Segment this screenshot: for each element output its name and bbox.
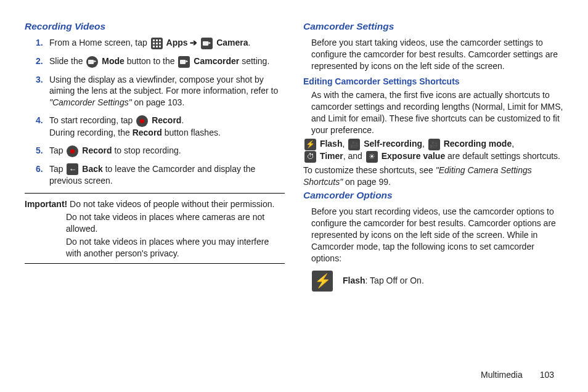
step-6: 6. Tap Back to leave the Camcorder and d… xyxy=(36,163,285,187)
text: Tap xyxy=(49,145,65,155)
flash-option-text: Flash: Tap Off or On. xyxy=(343,275,424,287)
step-4: 4. To start recording, tap Record. Durin… xyxy=(36,115,285,139)
step-3: 3. Using the display as a viewfinder, co… xyxy=(36,74,285,109)
shortcut-icons-line: Flash, Self-recording, Recording mode, T… xyxy=(303,138,563,163)
text: From a Home screen, tap xyxy=(49,38,150,47)
text: on page 103. xyxy=(132,97,185,107)
step-1: 1. From a Home screen, tap Apps ➔ Camera… xyxy=(36,37,285,49)
step-body: From a Home screen, tap Apps ➔ Camera. xyxy=(49,37,285,49)
step-number: 4. xyxy=(36,115,49,126)
text: : Tap Off or On. xyxy=(365,276,424,285)
text-bold: Record xyxy=(82,145,112,155)
footer-section: Multimedia xyxy=(481,370,523,380)
text-bold: Camera xyxy=(216,38,248,47)
text-bold: Record xyxy=(133,128,162,137)
text: To start recording, tap xyxy=(49,115,135,125)
divider xyxy=(25,263,285,264)
text: During recording, the xyxy=(49,128,133,137)
recording-mode-icon xyxy=(428,139,440,150)
step-number: 5. xyxy=(36,145,49,157)
text-bold: Mode xyxy=(102,56,125,66)
text: Slide the xyxy=(49,56,85,66)
subheading-editing-shortcuts: Editing Camcorder Settings Shortcuts xyxy=(303,76,563,88)
text-bold: Timer xyxy=(320,151,343,161)
important-line: Important! Do not take videos of people … xyxy=(25,198,285,210)
step-number: 2. xyxy=(36,55,49,67)
exposure-icon xyxy=(366,151,378,163)
text-bold: Exposure value xyxy=(382,151,446,161)
flash-option-row: Flash: Tap Off or On. xyxy=(311,271,563,292)
important-block: Important! Do not take videos of people … xyxy=(25,198,285,259)
cross-reference: "Camcorder Settings" xyxy=(49,97,132,107)
step-body: Tap Back to leave the Camcorder and disp… xyxy=(49,163,285,187)
text: to leave the Camcorder and display the p… xyxy=(49,164,255,186)
text: . xyxy=(248,38,251,47)
page-footer: Multimedia 103 xyxy=(481,370,554,380)
heading-camcorder-options: Camcorder Options xyxy=(303,189,563,202)
step-body: To start recording, tap Record. During r… xyxy=(49,115,285,139)
timer-icon xyxy=(304,151,316,163)
text: button to the xyxy=(127,56,178,66)
record-icon xyxy=(67,145,78,157)
step-list: 1. From a Home screen, tap Apps ➔ Camera… xyxy=(36,37,285,187)
text: To customize these shortcuts, see xyxy=(303,165,436,175)
right-column: Camcorder Settings Before you start taki… xyxy=(303,18,563,364)
step-5: 5. Tap Record to stop recording. xyxy=(36,145,285,157)
text-bold: Flash xyxy=(320,139,343,149)
text-bold: Flash xyxy=(343,276,365,285)
camera-icon xyxy=(201,38,213,49)
paragraph: Before you start recording videos, use t… xyxy=(311,206,563,264)
text-bold: Record xyxy=(152,115,181,125)
text: on page 99. xyxy=(343,177,391,187)
step-number: 1. xyxy=(36,37,49,49)
step-body: Tap Record to stop recording. xyxy=(49,145,285,157)
flash-icon xyxy=(312,271,333,292)
apps-icon xyxy=(151,38,163,49)
important-label: Important! xyxy=(25,199,67,209)
arrow-icon: ➔ xyxy=(190,38,200,47)
text-bold: Self-recording xyxy=(364,139,422,149)
text: are default settings shortcuts. xyxy=(445,151,560,161)
step-2: 2. Slide the Mode button to the Camcorde… xyxy=(36,55,285,68)
text-bold: Apps xyxy=(166,38,188,47)
text: Tap xyxy=(49,164,65,174)
page-number: 103 xyxy=(540,370,554,380)
step-number: 6. xyxy=(36,163,49,175)
flash-icon xyxy=(304,139,316,150)
left-column: Recording Videos 1. From a Home screen, … xyxy=(25,18,285,364)
step-body: Slide the Mode button to the Camcorder s… xyxy=(49,55,285,68)
divider xyxy=(25,193,285,194)
text: setting. xyxy=(242,56,269,66)
back-icon xyxy=(67,163,78,175)
paragraph: Before you start taking videos, use the … xyxy=(311,37,563,72)
record-icon xyxy=(136,115,148,127)
text-bold: Camcorder xyxy=(194,56,239,66)
text: . xyxy=(181,115,184,125)
manual-page: Recording Videos 1. From a Home screen, … xyxy=(0,0,588,370)
text-bold: Back xyxy=(82,164,102,174)
text: to stop recording. xyxy=(114,145,181,155)
text: Do not take videos in places where camer… xyxy=(25,211,285,235)
text: Using the display as a viewfinder, compo… xyxy=(49,75,278,96)
text: Do not take videos of people without the… xyxy=(70,199,274,209)
heading-camcorder-settings: Camcorder Settings xyxy=(303,20,563,33)
paragraph: As with the camera, the first five icons… xyxy=(311,89,563,136)
camcorder-icon xyxy=(178,56,190,68)
self-recording-icon xyxy=(348,139,360,150)
step-number: 3. xyxy=(36,74,49,86)
mode-icon xyxy=(86,56,98,68)
text: Do not take videos in places where you m… xyxy=(25,236,285,259)
text: button flashes. xyxy=(162,128,221,137)
step-body: Using the display as a viewfinder, compo… xyxy=(49,74,285,109)
paragraph: To customize these shortcuts, see "Editi… xyxy=(303,165,563,188)
heading-recording-videos: Recording Videos xyxy=(25,20,285,33)
text-bold: Recording mode xyxy=(444,139,512,149)
text: , and xyxy=(343,151,365,161)
